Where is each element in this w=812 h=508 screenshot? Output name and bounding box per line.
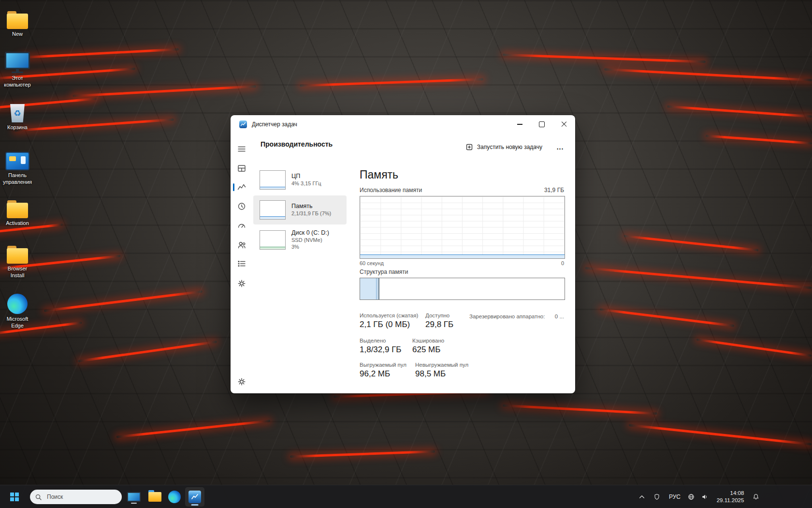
speaker-icon xyxy=(701,493,709,501)
nav-performance[interactable] xyxy=(232,179,251,196)
desktop-icon-new[interactable]: New xyxy=(0,6,35,38)
memory-usage-chart xyxy=(360,196,565,259)
memory-usage-max: 31,9 ГБ xyxy=(544,187,564,194)
perf-item-detail: 2,1/31,9 ГБ (7%) xyxy=(291,210,331,217)
desktop-icon-browser-install[interactable]: Browser Install xyxy=(0,240,35,279)
tray-security-icon[interactable] xyxy=(650,485,664,508)
globe-network-icon xyxy=(687,493,695,501)
task-manager-app-icon xyxy=(239,120,247,128)
performance-icon xyxy=(237,182,246,192)
stat-committed: Выделено 1,8/32,9 ГБ xyxy=(360,338,402,355)
services-gear-icon xyxy=(237,279,246,288)
language-label: РУС xyxy=(669,493,681,500)
minimize-icon xyxy=(517,124,522,124)
start-button[interactable] xyxy=(5,487,24,507)
more-options-button[interactable]: ... xyxy=(552,139,568,155)
stat-label: Доступно xyxy=(425,313,453,318)
taskbar-icon-edge[interactable] xyxy=(165,487,184,507)
nav-users[interactable] xyxy=(232,236,251,254)
desktop-icon-label: Панель управления xyxy=(0,172,35,186)
memory-thumbnail-chart xyxy=(260,200,286,220)
new-task-icon xyxy=(465,143,473,151)
desktop-icon-edge[interactable]: Microsoft Edge xyxy=(0,291,35,329)
stat-value: 1,8/32,9 ГБ xyxy=(360,345,402,355)
windows-logo-icon xyxy=(10,493,19,501)
stat-in-use: Используется (сжатая) 2,1 ГБ (0 МБ) xyxy=(360,313,418,329)
minimize-button[interactable] xyxy=(508,115,531,134)
nav-processes[interactable] xyxy=(232,160,251,177)
desktop-icon-control-panel[interactable]: Панель управления xyxy=(0,147,35,186)
perf-item-memory[interactable]: Память 2,1/31,9 ГБ (7%) xyxy=(253,195,347,224)
window-title: Диспетчер задач xyxy=(252,121,297,128)
stat-value: 29,8 ГБ xyxy=(425,320,453,329)
stat-value: 98,5 МБ xyxy=(415,369,468,379)
clock-button[interactable]: 14:08 29.11.2025 xyxy=(712,485,748,508)
recycle-bin-icon xyxy=(9,104,26,122)
settings-gear-icon xyxy=(237,377,246,387)
stat-value: 625 МБ xyxy=(412,345,444,355)
search-input[interactable] xyxy=(46,493,111,501)
nav-details[interactable] xyxy=(232,255,251,272)
perf-item-cpu[interactable]: ЦП 4% 3,15 ГГц xyxy=(253,165,347,194)
composition-modified-segment xyxy=(377,278,379,299)
task-manager-icon xyxy=(188,491,201,503)
taskbar-search[interactable] xyxy=(30,490,122,504)
chart-timespan-label: 60 секунд xyxy=(360,260,384,266)
notification-center-button[interactable] xyxy=(749,485,763,508)
desktop-icon-this-pc[interactable]: Этот компьютер xyxy=(0,50,35,89)
edge-icon xyxy=(7,294,28,314)
run-new-task-button[interactable]: Запустить новую задачу xyxy=(461,139,547,155)
language-indicator[interactable]: РУС xyxy=(666,485,683,508)
folder-icon xyxy=(7,14,28,29)
nav-menu-button[interactable] xyxy=(232,140,251,158)
hamburger-icon xyxy=(237,144,246,154)
cpu-thumbnail-chart xyxy=(260,170,286,190)
tray-time: 14:08 xyxy=(717,490,744,497)
disk-mini-graph xyxy=(260,247,285,249)
perf-item-disk0[interactable]: Диск 0 (C: D:) SSD (NVMe) 3% xyxy=(253,225,347,254)
perf-item-name: Диск 0 (C: D:) xyxy=(291,229,329,237)
bell-icon xyxy=(752,493,760,501)
taskbar-icon-task-manager[interactable] xyxy=(185,487,204,507)
window-titlebar[interactable]: Диспетчер задач xyxy=(231,115,575,134)
stat-value: 2,1 ГБ (0 МБ) xyxy=(360,320,418,329)
hidden-icons-button[interactable] xyxy=(635,485,649,508)
nav-app-history[interactable] xyxy=(232,197,251,215)
maximize-button[interactable] xyxy=(531,115,553,134)
task-manager-window: Диспетчер задач xyxy=(231,115,575,393)
perf-item-detail: SSD (NVMe) xyxy=(291,237,329,244)
pc-icon xyxy=(127,492,141,502)
memory-composition-bar xyxy=(360,278,565,300)
memory-usage-label: Использование памяти xyxy=(360,187,422,194)
desktop-icon-label: New xyxy=(12,31,23,38)
nav-services[interactable] xyxy=(232,275,251,292)
memory-stats: Используется (сжатая) 2,1 ГБ (0 МБ) Дост… xyxy=(360,308,564,385)
control-panel-icon xyxy=(5,152,29,170)
close-button[interactable] xyxy=(553,115,575,134)
folder-icon xyxy=(7,248,28,264)
stat-paged-pool: Выгружаемый пул 96,2 МБ xyxy=(360,362,406,379)
desktop-icon-activation[interactable]: Activation xyxy=(0,195,35,227)
shield-icon xyxy=(653,493,661,501)
taskbar-icon-this-pc[interactable] xyxy=(124,487,144,507)
desktop-icon-label: Browser Install xyxy=(0,266,35,279)
taskbar-icon-file-explorer[interactable] xyxy=(145,487,164,507)
network-button[interactable] xyxy=(684,485,698,508)
running-indicator xyxy=(191,504,199,506)
stat-available: Доступно 29,8 ГБ xyxy=(425,313,453,329)
stat-label: Невыгружаемый пул xyxy=(415,362,468,368)
stat-value: 96,2 МБ xyxy=(360,369,406,379)
stat-cached: Кэшировано 625 МБ xyxy=(412,338,444,355)
taskbar: РУС 14:08 29.11.2025 xyxy=(0,485,812,508)
desktop-icon-label: Этот компьютер xyxy=(0,75,35,89)
page-title: Производительность xyxy=(261,140,333,148)
stat-label: Зарезервировано аппаратно: xyxy=(469,314,545,319)
nav-settings[interactable] xyxy=(232,373,251,390)
processes-icon xyxy=(237,164,246,173)
memory-heading: Память xyxy=(360,168,398,181)
volume-button[interactable] xyxy=(698,485,711,508)
nav-startup-apps[interactable] xyxy=(232,217,251,234)
desktop-icon-recycle-bin[interactable]: Корзина xyxy=(0,99,35,131)
close-icon xyxy=(561,121,567,127)
run-new-task-label: Запустить новую задачу xyxy=(477,144,542,150)
